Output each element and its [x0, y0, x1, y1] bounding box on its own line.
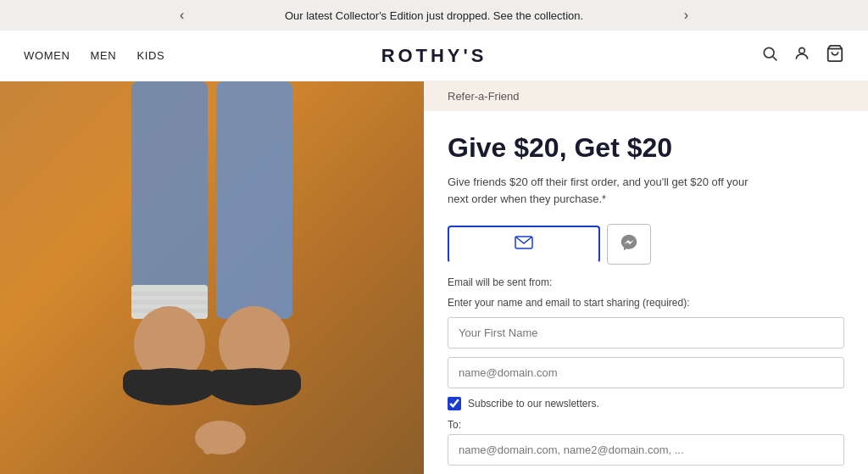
hero-image: [0, 81, 424, 474]
email-input[interactable]: [448, 357, 844, 388]
email-icon: [515, 236, 533, 253]
site-logo[interactable]: ROTHY'S: [381, 45, 487, 67]
svg-rect-19: [229, 429, 237, 453]
announcement-text: Our latest Collector's Edition just drop…: [285, 9, 583, 22]
svg-line-1: [773, 57, 777, 61]
to-group: [448, 434, 844, 466]
main-layout: Refer-a-Friend Give $20, Get $20 Give fr…: [0, 81, 868, 474]
newsletter-row: Subscribe to our newsletters.: [448, 397, 844, 410]
refer-content: Give $20, Get $20 Give friends $20 off t…: [424, 111, 868, 474]
nav-right: [761, 44, 844, 67]
newsletter-label: Subscribe to our newsletters.: [468, 398, 599, 410]
refer-title: Give $20, Get $20: [448, 131, 844, 164]
right-panel: Refer-a-Friend Give $20, Get $20 Give fr…: [424, 81, 868, 474]
refer-description: Give friends $20 off their first order, …: [448, 174, 770, 207]
search-icon: [761, 45, 778, 62]
svg-rect-8: [131, 300, 208, 304]
announcement-next-button[interactable]: ›: [674, 8, 698, 23]
cart-icon: [826, 44, 844, 63]
svg-rect-15: [208, 370, 301, 395]
nav-left: WOMEN MEN KIDS: [24, 49, 164, 62]
announcement-prev-button[interactable]: ‹: [170, 8, 194, 23]
svg-rect-4: [131, 81, 208, 319]
email-group: [448, 357, 844, 388]
account-icon: [793, 45, 810, 62]
to-label: To:: [448, 419, 844, 431]
header: WOMEN MEN KIDS ROTHY'S: [0, 31, 868, 81]
search-button[interactable]: [761, 45, 778, 66]
svg-rect-13: [123, 370, 216, 395]
svg-rect-18: [216, 427, 225, 454]
nav-women[interactable]: WOMEN: [24, 49, 70, 62]
announcement-bar: ‹ Our latest Collector's Edition just dr…: [0, 0, 868, 31]
account-button[interactable]: [793, 45, 810, 66]
messenger-tab[interactable]: [607, 224, 651, 265]
share-tabs: [448, 224, 844, 265]
nav-men[interactable]: MEN: [91, 49, 117, 62]
to-input[interactable]: [448, 434, 844, 466]
svg-point-2: [799, 47, 805, 53]
nav-kids[interactable]: KIDS: [136, 49, 164, 62]
form-label: Enter your name and email to start shari…: [448, 297, 844, 309]
cart-button[interactable]: [826, 44, 844, 67]
svg-point-0: [764, 47, 774, 58]
email-tab[interactable]: [448, 226, 600, 263]
svg-rect-17: [203, 429, 212, 454]
svg-rect-7: [131, 292, 208, 296]
first-name-group: [448, 317, 844, 349]
hero-illustration: [0, 81, 424, 474]
breadcrumb: Refer-a-Friend: [424, 81, 868, 111]
newsletter-checkbox[interactable]: [448, 397, 461, 410]
email-from-label: Email will be sent from:: [448, 276, 844, 288]
svg-rect-5: [216, 81, 292, 319]
messenger-icon: [620, 233, 638, 255]
first-name-input[interactable]: [448, 317, 844, 349]
